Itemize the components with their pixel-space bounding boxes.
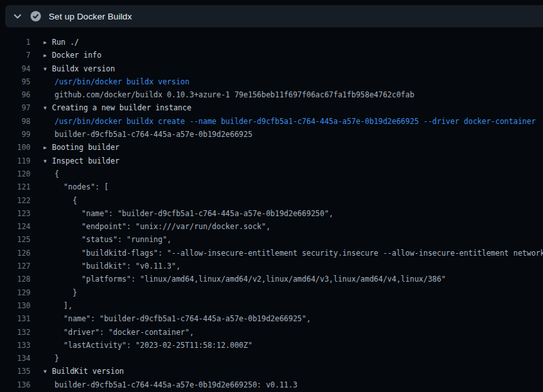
log-line: 126 "buildkitd-flags": "--allow-insecure…: [0, 247, 543, 260]
log-group-label: Booting builder: [52, 143, 120, 152]
log-line: 133 "lastActivity": "2023-02-25T11:58:12…: [0, 339, 543, 352]
triangle-right-icon: ▶: [44, 36, 52, 49]
log-line: 128 "platforms": "linux/amd64,linux/amd6…: [0, 273, 543, 286]
line-number[interactable]: 129: [5, 286, 31, 299]
log-output-text: {: [44, 167, 59, 180]
log-line: 136builder-d9cfb5a1-c764-445a-a57e-0b19d…: [0, 378, 543, 391]
log-output-text: "name": "builder-d9cfb5a1-c764-445a-a57e…: [44, 312, 311, 325]
collapse-step-button[interactable]: [10, 8, 25, 24]
log-line: 131 "name": "builder-d9cfb5a1-c764-445a-…: [0, 312, 543, 325]
step-header[interactable]: Set up Docker Buildx: [5, 5, 543, 27]
line-number[interactable]: 95: [5, 75, 31, 88]
line-number[interactable]: 126: [5, 247, 31, 260]
line-number[interactable]: 136: [5, 378, 31, 391]
log-line: 123 "name": "builder-d9cfb5a1-c764-445a-…: [0, 207, 543, 220]
line-number[interactable]: 132: [5, 326, 31, 339]
log-group-label: Docker info: [52, 51, 101, 60]
triangle-down-icon: ▼: [44, 365, 52, 378]
log-output-text: "buildkit": "v0.11.3",: [44, 260, 181, 273]
chevron-down-icon: [12, 11, 23, 21]
log-output-text: "nodes": [: [44, 180, 108, 193]
log-line: 122 {: [0, 194, 543, 207]
log-line: 135▼BuildKit version: [0, 365, 543, 378]
line-number[interactable]: 94: [5, 62, 31, 75]
line-number[interactable]: 128: [5, 273, 31, 286]
log-group-label: Buildx version: [52, 64, 115, 73]
log-line: 129 }: [0, 286, 543, 299]
log-output-text: builder-d9cfb5a1-c764-445a-a57e-0b19d2e6…: [44, 378, 297, 391]
line-number[interactable]: 125: [5, 233, 31, 246]
log-group-toggle[interactable]: ▶Docker info: [44, 49, 101, 62]
line-number[interactable]: 135: [5, 365, 31, 378]
line-number[interactable]: 97: [5, 101, 31, 114]
log-line: 127 "buildkit": "v0.11.3",: [0, 260, 543, 273]
log-line: 7▶Docker info: [0, 49, 543, 62]
actions-log-viewport: Set up Docker Buildx 1▶Run ./7▶Docker in…: [0, 5, 543, 392]
log-line: 125 "status": "running",: [0, 233, 543, 246]
log-line: 130 ],: [0, 299, 543, 312]
line-number[interactable]: 100: [5, 141, 31, 154]
triangle-right-icon: ▶: [44, 141, 52, 154]
log-line: 134}: [0, 352, 543, 365]
line-number[interactable]: 7: [5, 49, 31, 62]
log-output-text: "name": "builder-d9cfb5a1-c764-445a-a57e…: [44, 207, 333, 220]
log-output-text: "endpoint": "unix:///var/run/docker.sock…: [44, 220, 270, 233]
line-number[interactable]: 124: [5, 220, 31, 233]
log-group-label: Creating a new builder instance: [52, 103, 192, 112]
log-line: 96github.com/docker/buildx 0.10.3+azure-…: [0, 88, 543, 101]
log-group-label: Run ./: [52, 38, 79, 47]
line-number[interactable]: 123: [5, 207, 31, 220]
log-line: 98/usr/bin/docker buildx create --name b…: [0, 115, 543, 128]
line-number[interactable]: 122: [5, 194, 31, 207]
line-number[interactable]: 134: [5, 352, 31, 365]
log-output-text: }: [44, 286, 77, 299]
log-group-toggle[interactable]: ▶Booting builder: [44, 141, 120, 154]
line-number[interactable]: 130: [5, 299, 31, 312]
log-line: 124 "endpoint": "unix:///var/run/docker.…: [0, 220, 543, 233]
log-output-text: builder-d9cfb5a1-c764-445a-a57e-0b19d2e6…: [44, 128, 253, 141]
log-group-toggle[interactable]: ▼Buildx version: [44, 62, 115, 75]
line-number[interactable]: 133: [5, 339, 31, 352]
log-group-toggle[interactable]: ▶Run ./: [44, 36, 79, 49]
line-number[interactable]: 131: [5, 312, 31, 325]
line-number[interactable]: 99: [5, 128, 31, 141]
triangle-down-icon: ▼: [44, 155, 52, 168]
log-output-text: {: [44, 194, 77, 207]
line-number[interactable]: 120: [5, 167, 31, 180]
line-number[interactable]: 1: [5, 36, 31, 49]
log-command-text: /usr/bin/docker buildx create --name bui…: [44, 115, 536, 128]
line-number[interactable]: 96: [5, 88, 31, 101]
triangle-down-icon: ▼: [44, 63, 52, 76]
log-group-label: Inspect builder: [52, 156, 120, 165]
triangle-right-icon: ▶: [44, 49, 52, 62]
line-number[interactable]: 127: [5, 260, 31, 273]
log-line: 119▼Inspect builder: [0, 154, 543, 167]
log-line: 132 "driver": "docker-container",: [0, 326, 543, 339]
log-line: 95/usr/bin/docker buildx version: [0, 75, 543, 88]
log-group-label: BuildKit version: [52, 367, 124, 376]
line-number[interactable]: 121: [5, 180, 31, 193]
step-title: Set up Docker Buildx: [49, 12, 132, 21]
log-line: 99builder-d9cfb5a1-c764-445a-a57e-0b19d2…: [0, 128, 543, 141]
log-scroll-area[interactable]: 1▶Run ./7▶Docker info94▼Buildx version95…: [0, 27, 543, 391]
triangle-down-icon: ▼: [44, 102, 52, 115]
log-line: 97▼Creating a new builder instance: [0, 101, 543, 114]
log-group-toggle[interactable]: ▼BuildKit version: [44, 365, 124, 378]
log-output-text: "lastActivity": "2023-02-25T11:58:12.000…: [44, 339, 253, 352]
log-command-text: /usr/bin/docker buildx version: [44, 75, 190, 88]
log-output-text: "platforms": "linux/amd64,linux/amd64/v2…: [44, 273, 446, 286]
log-group-toggle[interactable]: ▼Creating a new builder instance: [44, 101, 192, 114]
log-line: 94▼Buildx version: [0, 62, 543, 75]
log-output-text: }: [44, 352, 59, 365]
log-output-text: "buildkitd-flags": "--allow-insecure-ent…: [44, 247, 543, 260]
log-line: 120{: [0, 167, 543, 180]
log-line: 121 "nodes": [: [0, 180, 543, 193]
check-circle-icon: [31, 11, 41, 21]
log-output-text: ],: [44, 299, 73, 312]
log-line: 1▶Run ./: [0, 36, 543, 49]
log-group-toggle[interactable]: ▼Inspect builder: [44, 154, 120, 167]
line-number[interactable]: 119: [5, 154, 31, 167]
log-output-text: "driver": "docker-container",: [44, 326, 194, 339]
line-number[interactable]: 98: [5, 115, 31, 128]
log-output-text: "status": "running",: [44, 233, 171, 246]
